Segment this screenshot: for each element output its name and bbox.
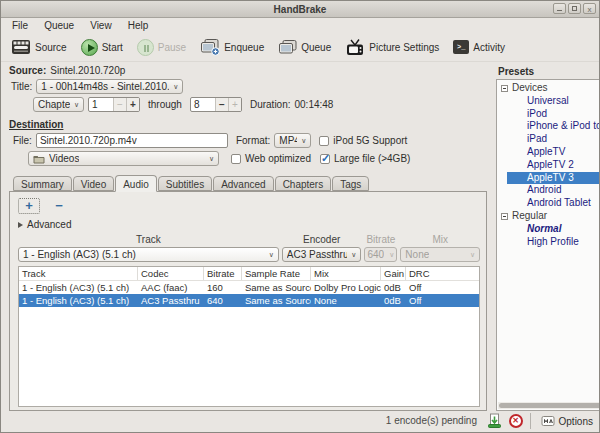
pause-button: Pause — [132, 37, 191, 58]
advanced-expander[interactable]: Advanced — [18, 218, 480, 231]
column-header-gain[interactable]: Gain — [381, 267, 406, 280]
chapters-mode-value: Chapters: — [38, 99, 70, 110]
queue-button[interactable]: Queue — [273, 37, 336, 57]
cell-mix: None — [311, 294, 381, 307]
tab-tags[interactable]: Tags — [332, 176, 369, 191]
horizontal-scrollbar[interactable] — [498, 402, 600, 409]
presets-pane: Presets Devices Universal iPod iPhone & … — [487, 62, 600, 411]
audio-tab-panel: + − Advanced Track Encoder Bitrate Mix 1… — [9, 191, 487, 411]
queue-stack-icon — [278, 39, 297, 55]
menu-view[interactable]: View — [82, 18, 120, 33]
title-dropdown[interactable]: 1 - 00h14m48s - Sintel.2010.720p — [36, 79, 183, 94]
preset-item-universal[interactable]: Universal — [497, 95, 600, 108]
tab-advanced[interactable]: Advanced — [213, 176, 273, 191]
tree-collapse-icon[interactable] — [501, 85, 508, 92]
audio-track-dropdown[interactable]: 1 - English (AC3) (5.1 ch) — [18, 247, 279, 262]
enqueue-button[interactable]: Enqueue — [195, 36, 269, 58]
column-header-codec[interactable]: Codec — [138, 267, 204, 280]
preset-item-normal[interactable]: Normal — [497, 223, 600, 236]
preset-item-android[interactable]: Android — [497, 184, 600, 197]
maximize-button[interactable] — [568, 3, 581, 14]
scrollbar-thumb[interactable] — [499, 403, 600, 408]
file-label: File: — [13, 135, 32, 146]
save-preset-icon[interactable] — [487, 413, 502, 429]
minus-icon[interactable]: − — [113, 98, 126, 111]
tv-icon — [345, 39, 365, 56]
column-header-track[interactable]: Track — [19, 267, 138, 280]
titlebar: HandBrake x — [1, 1, 599, 18]
tree-collapse-icon[interactable] — [501, 213, 508, 220]
minimize-button[interactable] — [553, 3, 566, 14]
audio-list-header: Track Codec Bitrate Sample Rate Mix Gain… — [19, 267, 479, 281]
picture-settings-button[interactable]: Picture Settings — [340, 37, 444, 58]
activity-button[interactable]: >_ Activity — [448, 38, 510, 56]
delete-preset-icon[interactable] — [509, 414, 523, 428]
cell-gain: 0dB — [381, 294, 406, 307]
preset-item-appletv-3[interactable]: AppleTV 3 — [507, 172, 600, 185]
add-audio-track-button[interactable]: + — [18, 198, 40, 214]
preset-item-android-tablet[interactable]: Android Tablet — [497, 197, 600, 210]
preset-item-ipad[interactable]: iPad — [497, 133, 600, 146]
preset-group-regular[interactable]: Regular — [497, 210, 600, 223]
source-button-label: Source — [35, 42, 67, 53]
window-title: HandBrake — [274, 4, 327, 15]
column-header-bitrate[interactable]: Bitrate — [204, 267, 242, 280]
source-button[interactable]: Source — [6, 37, 72, 57]
settings-tabs: Summary Video Audio Subtitles Advanced C… — [9, 174, 487, 191]
preset-group-label: Regular — [512, 210, 547, 223]
title-label: Title: — [11, 81, 32, 92]
destination-folder-dropdown[interactable]: Videos — [28, 151, 219, 166]
web-optimized-checkbox[interactable] — [231, 154, 241, 164]
column-header-mix[interactable]: Mix — [311, 267, 381, 280]
cell-sample-rate: Same as Source — [242, 294, 311, 307]
tab-subtitles[interactable]: Subtitles — [158, 176, 212, 191]
presets-heading: Presets — [498, 66, 600, 77]
preset-item-iphone-ipod-touch[interactable]: iPhone & iPod touch — [497, 120, 600, 133]
chapter-start-value: 1 — [89, 98, 113, 111]
cell-drc: Off — [406, 294, 479, 307]
tab-chapters[interactable]: Chapters — [275, 176, 332, 191]
chapter-end-spinner[interactable]: 8 − + — [190, 97, 242, 112]
enqueue-stack-icon — [200, 38, 220, 56]
tab-video[interactable]: Video — [73, 176, 114, 191]
track-selector-label: Track — [18, 234, 279, 246]
plus-icon[interactable]: + — [126, 98, 139, 111]
menu-queue[interactable]: Queue — [36, 18, 82, 33]
minus-icon[interactable]: − — [215, 98, 228, 111]
close-button[interactable]: x — [583, 3, 596, 14]
chevron-down-icon — [351, 251, 356, 259]
cell-drc: Off — [406, 281, 479, 294]
column-header-sample-rate[interactable]: Sample Rate — [242, 267, 311, 280]
preset-item-high-profile[interactable]: High Profile — [497, 236, 600, 249]
toolbar: Source Start Pause Enqueue — [1, 33, 599, 62]
encoder-dropdown[interactable]: AC3 Passthru — [282, 247, 362, 262]
preset-item-ipod[interactable]: iPod — [497, 108, 600, 121]
audio-track-row[interactable]: 1 - English (AC3) (5.1 ch) AAC (faac) 16… — [19, 281, 479, 294]
tab-audio[interactable]: Audio — [115, 175, 157, 192]
options-button[interactable]: Options — [538, 414, 596, 428]
menu-help[interactable]: Help — [120, 18, 157, 33]
destination-file-input[interactable] — [36, 133, 228, 148]
cell-sample-rate: Same as Source — [242, 281, 311, 294]
destination-folder-value: Videos — [49, 153, 79, 164]
preset-item-appletv[interactable]: AppleTV — [497, 146, 600, 159]
format-dropdown[interactable]: MP4 — [274, 133, 311, 148]
advanced-expander-label: Advanced — [27, 219, 71, 230]
column-header-drc[interactable]: DRC — [406, 267, 479, 280]
ipod-support-checkbox[interactable] — [319, 136, 329, 146]
audio-track-row-selected[interactable]: 1 - English (AC3) (5.1 ch) AC3 Passthru … — [19, 294, 479, 307]
tab-summary[interactable]: Summary — [13, 176, 72, 191]
start-button[interactable]: Start — [76, 37, 128, 58]
preset-group-devices[interactable]: Devices — [497, 82, 600, 95]
chapters-mode-dropdown[interactable]: Chapters: — [33, 97, 84, 112]
remove-audio-track-button[interactable]: − — [48, 198, 70, 214]
folder-icon — [33, 154, 45, 164]
preset-item-appletv-2[interactable]: AppleTV 2 — [497, 159, 600, 172]
large-file-checkbox[interactable] — [320, 154, 330, 164]
cell-codec: AAC (faac) — [138, 281, 204, 294]
chapter-start-spinner[interactable]: 1 − + — [88, 97, 140, 112]
menu-file[interactable]: File — [4, 18, 36, 33]
plus-icon[interactable]: + — [228, 98, 241, 111]
film-slate-icon — [11, 39, 31, 55]
activity-button-label: Activity — [473, 42, 505, 53]
